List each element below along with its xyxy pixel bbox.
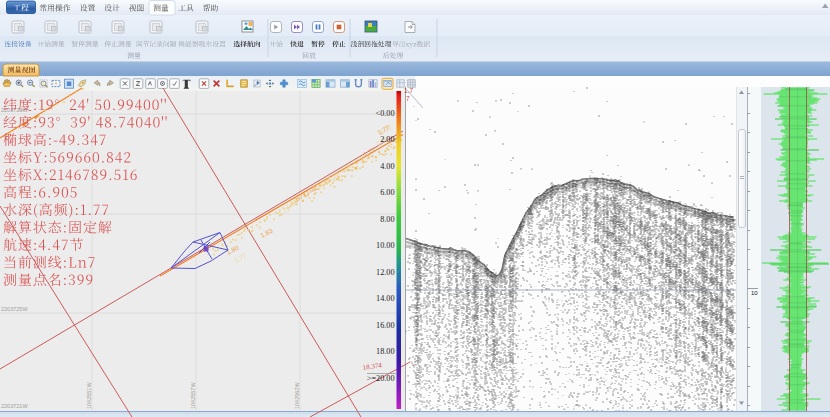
svg-text:16.00: 16.00 [376, 321, 394, 330]
svg-text:6.00: 6.00 [380, 188, 394, 197]
svg-text:2.05: 2.05 [338, 162, 353, 174]
svg-text:2203725W: 2203725W [1, 306, 28, 312]
svg-text:7: 7 [406, 95, 410, 102]
svg-text:1042551W: 1042551W [86, 382, 92, 409]
svg-text:1.83: 1.83 [259, 227, 274, 239]
svg-text:2.00: 2.00 [380, 135, 394, 144]
svg-text:>=20.00: >=20.00 [367, 374, 395, 383]
svg-text:1042557W: 1042557W [190, 382, 196, 409]
svg-text:8.00: 8.00 [380, 215, 394, 224]
svg-text:18.374: 18.374 [362, 361, 383, 372]
svg-text:10.00: 10.00 [376, 241, 394, 250]
svg-text:1.7: 1.7 [404, 87, 413, 94]
svg-text:14.00: 14.00 [376, 294, 394, 303]
svg-text:1042562W: 1042562W [294, 382, 300, 409]
svg-text:2203721W: 2203721W [1, 403, 28, 409]
svg-text:1.77: 1.77 [233, 252, 248, 264]
svg-text:4.00: 4.00 [380, 162, 394, 171]
svg-text:18.00: 18.00 [376, 347, 394, 356]
svg-text:<0.00: <0.00 [376, 109, 395, 118]
svg-text:12.00: 12.00 [376, 268, 394, 277]
